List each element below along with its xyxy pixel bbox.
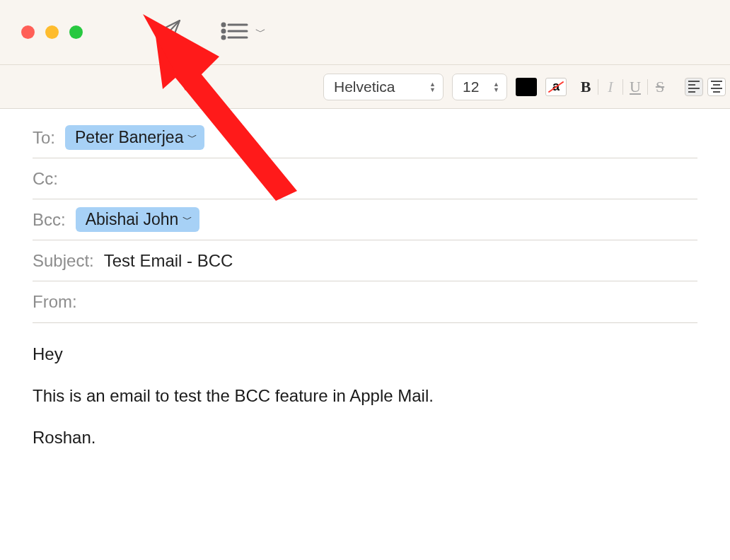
traffic-lights [21,25,83,39]
body-line: Roshan. [33,426,697,448]
chevron-down-icon: ﹀ [187,132,197,144]
minimize-window-button[interactable] [45,25,59,39]
align-center-button[interactable] [707,78,726,96]
list-icon [220,21,250,45]
body-line: Hey [33,343,697,365]
window-titlebar: ﹀ [0,0,730,65]
text-highlight-swatch[interactable]: a [545,78,567,96]
subject-row[interactable]: Subject: Test Email - BCC [33,240,697,281]
to-label: To: [33,128,55,148]
from-row[interactable]: From: [33,281,697,322]
cc-row[interactable]: Cc: [33,158,697,199]
divider [622,79,623,95]
header-options-button[interactable]: ﹀ [220,21,266,45]
maximize-window-button[interactable] [69,25,83,39]
recipient-name: Peter Banerjea [75,128,183,147]
svg-point-0 [222,23,225,26]
underline-button[interactable]: U [625,78,646,96]
paper-plane-icon [155,17,183,48]
bcc-recipient-pill[interactable]: Abishai John ﹀ [76,207,200,232]
stepper-icon: ▲▼ [429,81,436,93]
font-size-select[interactable]: 12 ▲▼ [452,74,507,100]
font-size-value: 12 [463,78,479,95]
send-button[interactable] [155,18,183,47]
align-center-icon [711,81,722,93]
chevron-down-icon: ﹀ [182,214,192,226]
subject-label: Subject: [33,251,94,271]
bcc-row[interactable]: Bcc: Abishai John ﹀ [33,199,697,240]
to-row[interactable]: To: Peter Banerjea ﹀ [33,117,697,158]
divider [647,79,648,95]
strikethrough-button[interactable]: S [649,78,671,96]
from-label: From: [33,292,77,312]
stepper-icon: ▲▼ [493,81,499,93]
font-family-value: Helvetica [334,78,395,95]
close-window-button[interactable] [21,25,35,39]
recipient-name: Abishai John [86,210,179,229]
svg-point-4 [222,36,225,39]
chevron-down-icon: ﹀ [255,25,266,39]
svg-point-2 [222,30,225,33]
italic-button[interactable]: I [600,78,621,96]
text-color-swatch[interactable] [516,78,537,96]
align-left-button[interactable] [685,78,703,96]
text-align-group [685,78,726,96]
message-header: To: Peter Banerjea ﹀ Cc: Bcc: Abishai Jo… [0,109,730,323]
font-family-select[interactable]: Helvetica ▲▼ [323,74,444,100]
text-style-group: B I U S [575,78,671,96]
to-recipient-pill[interactable]: Peter Banerjea ﹀ [65,125,204,150]
cc-label: Cc: [33,169,58,189]
subject-value: Test Email - BCC [104,251,233,271]
message-body[interactable]: Hey This is an email to test the BCC fea… [0,323,730,489]
align-left-icon [688,81,700,93]
bcc-label: Bcc: [33,210,66,230]
divider [598,79,598,95]
format-toolbar: Helvetica ▲▼ 12 ▲▼ a B I U S [0,65,730,109]
bold-button[interactable]: B [575,78,596,96]
body-line: This is an email to test the BCC feature… [33,385,697,407]
